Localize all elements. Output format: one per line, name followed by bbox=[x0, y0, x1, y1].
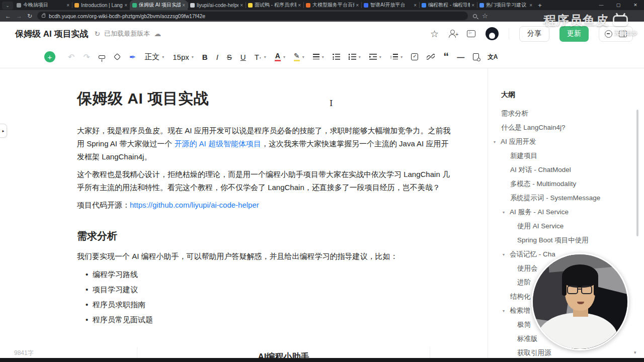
painter-glyph bbox=[99, 55, 105, 59]
highlight-color-dropdown[interactable]: ✎▾ bbox=[294, 52, 304, 61]
browser-tab-6[interactable]: 大模型服务平台百炼控制台 × bbox=[303, 0, 361, 10]
quote-button[interactable]: “ bbox=[443, 54, 448, 60]
reload-icon[interactable]: ↻ bbox=[27, 13, 32, 19]
save-status: 已加载最新版本 bbox=[104, 29, 150, 38]
indent-dropdown[interactable]: ▾ bbox=[369, 54, 381, 60]
browser-tab-5[interactable]: 面试鸭 - 程序员求职面试刷题神器 × bbox=[246, 0, 303, 10]
chevron-down-icon: ▾ bbox=[359, 55, 361, 59]
paragraph-1: 大家好，我是程序员鱼皮。现在 AI 应用开发可以说是程序员必备的技能了，求职时能… bbox=[77, 124, 453, 163]
line-height-dropdown[interactable]: ↕▾ bbox=[390, 54, 403, 60]
link-icon bbox=[427, 53, 435, 61]
bookmark-star-icon[interactable]: ☆ bbox=[482, 12, 488, 20]
close-icon[interactable]: × bbox=[529, 3, 532, 8]
document-title: 保姆级 AI 项目实战 bbox=[15, 28, 88, 40]
glasses-bridge bbox=[578, 289, 582, 290]
insert-button[interactable]: + bbox=[44, 51, 55, 62]
bullet-list-button[interactable] bbox=[333, 54, 340, 60]
ai-assistant-icon[interactable]: ✒ bbox=[129, 52, 136, 62]
scrollbar[interactable] bbox=[636, 110, 638, 236]
outline-item[interactable]: 新建项目 bbox=[488, 149, 644, 163]
scroll-down-icon[interactable]: ▾ bbox=[634, 350, 636, 355]
browser-tab-1[interactable]: 今晚搞项目 × bbox=[14, 0, 72, 10]
avatar[interactable] bbox=[486, 27, 499, 40]
translate-icon[interactable]: 文A bbox=[488, 53, 498, 61]
underline-button[interactable]: U bbox=[240, 53, 246, 61]
find-replace-icon[interactable] bbox=[473, 53, 479, 60]
tab-label: 面试鸭 - 程序员求职面试刷题神器 bbox=[255, 2, 296, 9]
close-icon[interactable]: × bbox=[66, 3, 69, 8]
chevron-down-icon: ⌄ bbox=[6, 3, 10, 8]
sidebar-layout-icon[interactable] bbox=[619, 31, 627, 37]
address-bar[interactable]: bcdh.yuque.com/org-wiki-bcdh-phztgm/gb2b… bbox=[37, 12, 468, 20]
close-window-button[interactable]: ✕ bbox=[627, 0, 644, 10]
share-button[interactable]: 分享 bbox=[519, 26, 549, 42]
catalog-expand-handle[interactable]: ▸ bbox=[0, 124, 7, 138]
outline-item[interactable]: ▾AI 服务 - AI Service bbox=[488, 205, 644, 219]
format-painter-icon[interactable] bbox=[99, 55, 105, 59]
font-size-dropdown[interactable]: 15px▾ bbox=[173, 53, 194, 61]
paragraph-style-dropdown[interactable]: 正文▾ bbox=[144, 52, 164, 62]
close-icon[interactable]: × bbox=[471, 3, 474, 8]
close-icon[interactable]: × bbox=[124, 3, 127, 8]
minimize-button[interactable]: — bbox=[593, 0, 610, 10]
site-info-icon[interactable] bbox=[42, 15, 45, 18]
font-color-glyph: A bbox=[275, 52, 281, 61]
browser-tab-2[interactable]: Introduction | LangChain4j × bbox=[72, 0, 130, 10]
align-dropdown[interactable]: ▾ bbox=[313, 54, 324, 60]
presentation-icon[interactable] bbox=[467, 30, 475, 37]
outline-item[interactable]: 什么是 LangChain4j? bbox=[488, 121, 644, 135]
outline-item[interactable]: Spring Boot 项目中使用 bbox=[488, 233, 644, 247]
redo-icon[interactable]: ↷ bbox=[83, 52, 90, 62]
editor-canvas[interactable]: 保姆级 AI 项目实战 I 大家好，我是程序员鱼皮。现在 AI 应用开发可以说是… bbox=[77, 68, 453, 327]
forward-icon[interactable]: → bbox=[16, 13, 22, 19]
horizontal-rule-button[interactable]: — bbox=[457, 53, 464, 61]
close-icon[interactable]: × bbox=[182, 3, 185, 8]
more-text-format-dropdown[interactable]: T·▾ bbox=[255, 53, 266, 61]
outline-item[interactable]: ▾AI 应用开发 bbox=[488, 135, 644, 149]
back-icon[interactable]: ← bbox=[5, 13, 11, 19]
update-button[interactable]: 更新 bbox=[559, 26, 589, 42]
maximize-button[interactable]: ▢ bbox=[610, 0, 627, 10]
collapse-caret-icon[interactable]: ▾ bbox=[503, 252, 510, 257]
favorite-star-icon[interactable]: ☆ bbox=[430, 28, 439, 40]
task-list-button[interactable] bbox=[411, 53, 418, 60]
tab-label: liyupi/ai-code-helper: 2025 bbox=[197, 3, 238, 8]
browser-tab-8[interactable]: 编程教程 - 编程导航 - 优质教程 × bbox=[419, 0, 477, 10]
outline-item[interactable]: 系统提示词 - SystemMessage bbox=[488, 191, 644, 205]
comments-icon[interactable] bbox=[605, 30, 612, 38]
browser-tab-7[interactable]: 智谱AI开放平台 × bbox=[361, 0, 419, 10]
list-item: 项目学习建议 bbox=[77, 282, 453, 297]
bold-button[interactable]: B bbox=[202, 53, 208, 61]
clear-format-icon[interactable] bbox=[114, 54, 121, 59]
tab-label: 保姆级 AI 项目实战 bbox=[139, 2, 181, 9]
collapse-caret-icon[interactable]: ▾ bbox=[503, 309, 510, 313]
search-icon[interactable] bbox=[473, 14, 477, 18]
repo-link[interactable]: https://github.com/liyupi/ai-code-helper bbox=[130, 201, 259, 209]
tab-search-button[interactable]: ⌄ bbox=[2, 2, 13, 10]
new-tab-button[interactable]: + bbox=[535, 0, 545, 10]
undo-icon[interactable]: ↶ bbox=[68, 52, 74, 62]
divider bbox=[509, 28, 509, 39]
version-history-icon[interactable]: ↻ bbox=[94, 30, 100, 38]
outline-item[interactable]: AI 对话 - ChatModel bbox=[488, 163, 644, 177]
close-icon[interactable]: × bbox=[356, 3, 359, 8]
browser-tab-4[interactable]: liyupi/ai-code-helper: 2025 × bbox=[188, 0, 246, 10]
outline-item[interactable]: 使用 AI Service bbox=[488, 219, 644, 233]
close-icon[interactable]: × bbox=[240, 3, 243, 8]
close-icon[interactable]: × bbox=[414, 3, 417, 8]
close-icon[interactable]: × bbox=[298, 3, 301, 8]
collapse-caret-icon[interactable]: ▾ bbox=[503, 210, 510, 215]
inline-link[interactable]: 开源的 AI 超级智能体项目 bbox=[174, 139, 261, 148]
ordered-list-glyph bbox=[349, 54, 356, 60]
outline-item[interactable]: 多模态 - Multimodality bbox=[488, 177, 644, 191]
link-button[interactable] bbox=[427, 53, 435, 61]
add-collaborator-icon[interactable]: + bbox=[449, 30, 457, 38]
outline-item[interactable]: 需求分析 bbox=[488, 107, 644, 121]
browser-tab-active[interactable]: 保姆级 AI 项目实战 × bbox=[130, 0, 188, 10]
collapse-caret-icon[interactable]: ▾ bbox=[494, 140, 501, 144]
browser-tab-9[interactable]: 热门项目学习建议（必读） × bbox=[477, 0, 535, 10]
italic-button[interactable]: I bbox=[216, 53, 218, 61]
strikethrough-button[interactable]: S bbox=[227, 53, 232, 61]
font-color-dropdown[interactable]: A▾ bbox=[275, 52, 285, 61]
ordered-list-dropdown[interactable]: ▾ bbox=[349, 54, 361, 60]
